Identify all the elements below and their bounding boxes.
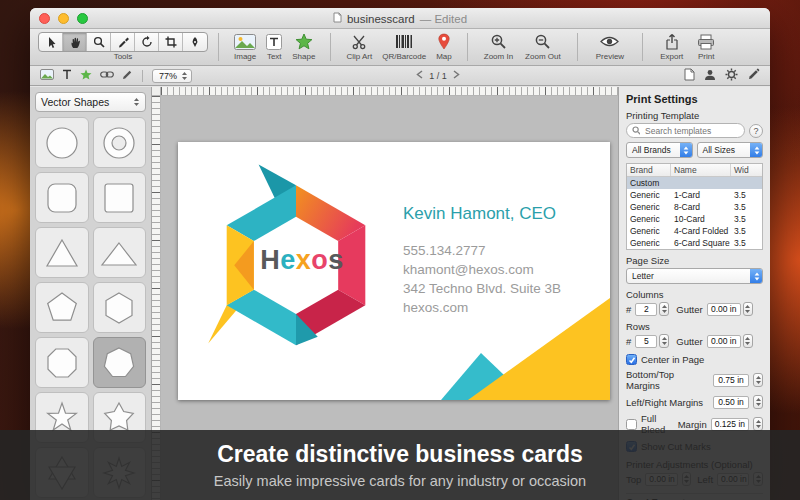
rows-stepper[interactable] [659,334,669,348]
bleed-margin-stepper[interactable] [753,417,763,431]
shape-button[interactable]: Shape [292,32,315,61]
zoom-out-button[interactable]: Zoom Out [525,32,561,61]
shape-star-icon [295,33,313,50]
page-navigation: 1 / 1 [416,70,460,81]
sizes-dropdown[interactable]: All Sizes [697,142,764,158]
columns-label: Columns [626,289,763,300]
previous-page-button[interactable] [416,70,423,81]
popup-arrows-icon [133,97,140,107]
columns-gutter-label: Gutter [676,304,702,315]
rows-value-field[interactable]: 5 [635,335,657,348]
crop-icon [164,35,178,49]
columns-gutter-stepper[interactable] [743,302,753,316]
business-card[interactable]: Hexos Kevin Hamont, CEO 555.134.2777 kha… [178,142,610,400]
settings-button[interactable] [725,68,738,83]
bottom-top-margins-field[interactable]: 0.75 in [713,374,749,387]
rows-gutter-stepper[interactable] [743,334,753,348]
preview-button[interactable]: Preview [596,32,624,61]
shape-heptagon[interactable] [93,337,147,388]
link-button[interactable] [100,70,114,81]
shape-triangle-wide[interactable] [93,227,147,278]
map-button[interactable]: Map [436,32,452,61]
table-row-custom[interactable]: Custom [627,177,762,189]
shape-triangle[interactable] [35,227,89,278]
zoom-tool-button[interactable] [87,33,111,51]
zoom-in-button[interactable]: Zoom In [484,32,513,61]
hand-tool-button[interactable] [63,33,87,51]
printing-template-label: Printing Template [626,110,763,121]
left-right-margins-field[interactable]: 0.50 in [713,396,749,409]
insert-text-button[interactable] [62,69,72,82]
text-button[interactable]: Text [266,32,282,61]
stepper-arrows-icon [661,304,668,314]
print-button[interactable]: Print [697,32,715,61]
pen-tool-button[interactable] [183,33,207,51]
page-setup-button[interactable] [684,68,695,83]
shape-square[interactable] [93,172,147,223]
shape-pentagon[interactable] [35,282,89,333]
left-right-margins-stepper[interactable] [753,395,763,409]
table-row[interactable]: Generic 1-Card 3.5 [627,189,762,201]
page-size-dropdown[interactable]: Letter [626,268,763,284]
bleed-margin-field[interactable]: 0.125 in [711,418,749,431]
bottom-top-margins-stepper[interactable] [753,373,763,387]
next-page-button[interactable] [453,70,460,81]
title-bar[interactable]: businesscard — Edited [30,8,770,29]
cursor-tool-button[interactable] [39,33,63,51]
table-header[interactable]: Brand Name Wid [627,164,762,177]
app-window: businesscard — Edited T [30,8,770,500]
shape-rounded-square[interactable] [35,172,89,223]
search-input[interactable] [643,125,739,137]
help-button[interactable]: ? [749,124,763,138]
table-row[interactable]: Generic 6-Card Square 3.5 [627,237,762,249]
center-in-page-checkbox[interactable] [626,354,637,365]
columns-stepper[interactable] [659,302,669,316]
contacts-button[interactable] [704,69,716,83]
shape-ring[interactable] [93,117,147,168]
card-website-text[interactable]: hexos.com [403,298,561,317]
secondary-toolbar: 77% 1 / 1 [30,66,770,86]
card-email-text[interactable]: khamont@hexos.com [403,260,561,279]
card-phone-text[interactable]: 555.134.2777 [403,241,561,260]
crop-tool-button[interactable] [159,33,183,51]
shape-circle[interactable] [35,117,89,168]
insert-shape-button[interactable] [80,69,92,82]
tools-group: Tools [38,32,208,61]
template-search-field[interactable] [626,123,745,138]
rounded-square-icon [42,178,82,218]
eyedropper-tool-button[interactable] [111,33,135,51]
scissors-icon [351,34,367,50]
toolbar-divider [467,33,468,61]
clip-art-button[interactable]: Clip Art [346,32,372,61]
columns-gutter-field[interactable]: 0.00 in [707,303,741,316]
columns-value-field[interactable]: 2 [635,303,657,316]
qr-barcode-button[interactable]: QR/Barcode [382,32,426,61]
pentagon-icon [42,288,82,328]
export-button[interactable]: Export [660,32,683,61]
zoom-level-select[interactable]: 77% [152,69,192,83]
full-bleed-checkbox[interactable] [626,419,637,430]
edit-button[interactable] [747,68,760,83]
table-row[interactable]: Generic 10-Card 3.5 [627,213,762,225]
card-name-text[interactable]: Kevin Hamont, CEO [403,204,561,224]
logo-wordmark[interactable]: Hexos [242,245,362,276]
banner-subtitle: Easily make impressive cards for any ind… [214,473,586,489]
rotate-tool-button[interactable] [135,33,159,51]
insert-image-button[interactable] [40,69,54,82]
table-row[interactable]: Generic 4-Card Folded 3.5 [627,225,762,237]
shape-hexagon[interactable] [93,282,147,333]
document-title: businesscard [347,13,415,25]
rows-gutter-field[interactable]: 0.00 in [707,335,741,348]
card-address-text[interactable]: 342 Techno Blvd. Suite 3B [403,279,561,298]
brands-dropdown[interactable]: All Brands [626,142,693,158]
image-button[interactable]: Image [234,32,256,61]
pencil-icon [747,68,760,81]
draw-button[interactable] [122,69,133,82]
table-row[interactable]: Generic 8-Card 3.5 [627,201,762,213]
page-size-label: Page Size [626,255,763,266]
shape-octagon[interactable] [35,337,89,388]
text-mini-icon [62,69,72,80]
shape-category-select[interactable]: Vector Shapes [35,92,146,112]
stepper-arrows-icon [744,336,751,346]
popup-arrows-icon [750,268,763,284]
